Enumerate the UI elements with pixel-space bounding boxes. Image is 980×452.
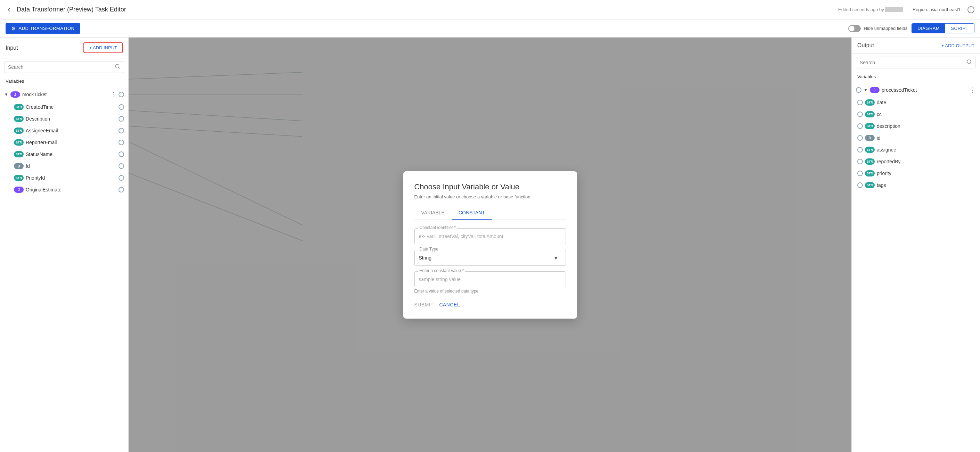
data-type-group: Data Type String Number Boolean ▾ — [414, 250, 566, 266]
right-panel-header: Output + ADD OUTPUT — [852, 38, 980, 54]
tab-diagram[interactable]: DIAGRAM — [912, 24, 945, 33]
add-input-button[interactable]: + ADD INPUT — [83, 42, 123, 53]
left-search-box — [4, 61, 124, 73]
submit-button[interactable]: SUBMIT — [414, 302, 434, 308]
right-search-input[interactable] — [860, 60, 964, 65]
parent-dot-menu[interactable]: ⋮ — [110, 91, 116, 98]
topbar: Data Transformer (Preview) Task Editor E… — [0, 0, 980, 19]
parent-badge: J — [10, 91, 20, 98]
child-var-name: StatusName — [26, 151, 116, 157]
hide-unmapped-toggle[interactable]: Hide unmapped fields — [848, 25, 907, 32]
left-child-conn-dot[interactable] — [119, 151, 124, 157]
child-badge: STR — [14, 151, 24, 157]
hide-unmapped-label: Hide unmapped fields — [864, 26, 907, 31]
child-badge: STR — [865, 123, 875, 129]
modal-overlay: Choose Input Variable or Value Enter an … — [129, 38, 851, 452]
info-icon[interactable]: i — [967, 6, 974, 13]
constant-value-group: Enter a constant value * Enter a value o… — [414, 271, 566, 293]
list-item: D id — [852, 132, 980, 144]
child-var-name: assignee — [877, 147, 976, 152]
add-output-button[interactable]: + ADD OUTPUT — [942, 43, 974, 48]
child-badge: STR — [865, 182, 875, 188]
edit-meta: Edited seconds ago by — [838, 7, 903, 12]
left-child-conn-dot[interactable] — [119, 187, 124, 192]
data-type-select[interactable]: String Number Boolean — [419, 254, 562, 262]
left-child-conn-dot[interactable] — [119, 175, 124, 181]
constant-value-hint: Enter a value of selected data type — [414, 289, 566, 293]
child-badge: STR — [14, 127, 24, 134]
left-child-conn-dot[interactable] — [119, 128, 124, 133]
right-parent-dot-menu[interactable]: ⋮ — [970, 86, 976, 94]
constant-identifier-group: Constant identifier * — [414, 228, 566, 244]
modal-title: Choose Input Variable or Value — [414, 182, 566, 192]
main-content: Input + ADD INPUT Variables ▼ J mockTick… — [0, 38, 980, 452]
list-item: STR reportedBy — [852, 155, 980, 168]
left-child-conn-dot[interactable] — [119, 116, 124, 122]
right-child-conn-dot[interactable] — [857, 159, 863, 164]
child-badge: STR — [865, 147, 875, 153]
data-type-select-wrap: String Number Boolean ▾ — [419, 254, 562, 262]
left-variables-group: ▼ J mockTicket ⋮ STR CreatedTime STR Des… — [0, 87, 128, 197]
child-var-name: id — [877, 135, 976, 141]
toggle-switch[interactable] — [848, 25, 861, 32]
constant-identifier-input[interactable] — [419, 232, 562, 240]
right-variables-group: ▼ J processedTicket ⋮ STR date STR cc ST… — [852, 82, 980, 192]
right-parent-var-name: processedTicket — [881, 87, 966, 93]
child-badge: J — [14, 187, 24, 193]
right-child-conn-dot[interactable] — [857, 171, 863, 176]
back-button[interactable] — [6, 6, 13, 13]
cancel-button[interactable]: CANCEL — [439, 302, 460, 308]
child-var-name: description — [877, 123, 976, 129]
right-child-conn-dot[interactable] — [857, 182, 863, 188]
constant-value-input[interactable] — [419, 275, 562, 284]
child-var-name: CreatedTime — [26, 104, 116, 110]
left-child-conn-dot[interactable] — [119, 163, 124, 169]
data-type-label: Data Type — [418, 247, 440, 252]
list-item: STR priority — [852, 168, 980, 179]
right-child-conn-dot[interactable] — [857, 147, 863, 152]
child-badge: STR — [865, 170, 875, 176]
child-var-name: date — [877, 100, 976, 105]
canvas: Choose Input Variable or Value Enter an … — [129, 38, 851, 452]
left-variables-label: Variables — [0, 76, 128, 87]
child-badge: STR — [865, 99, 875, 106]
right-parent-var[interactable]: ▼ J processedTicket ⋮ — [852, 83, 980, 97]
right-children: STR date STR cc STR description D id STR… — [852, 97, 980, 191]
constant-identifier-label: Constant identifier * — [418, 225, 458, 230]
input-panel-title: Input — [6, 45, 18, 51]
child-var-name: cc — [877, 111, 976, 117]
expand-icon: ▼ — [4, 92, 8, 97]
child-badge: STR — [865, 111, 875, 117]
tab-variable[interactable]: VARIABLE — [414, 206, 452, 220]
right-parent-conn-dot[interactable] — [856, 87, 861, 93]
list-item: STR tags — [852, 179, 980, 191]
left-parent-conn-dot[interactable] — [119, 92, 124, 97]
child-var-name: Description — [26, 116, 116, 122]
child-badge: D — [865, 135, 875, 141]
add-transformation-button[interactable]: ⚙ ADD TRANSFORMATION — [6, 23, 80, 34]
tab-script[interactable]: SCRIPT — [945, 24, 974, 33]
svg-point-0 — [115, 64, 119, 68]
svg-point-7 — [967, 60, 971, 63]
left-parent-var[interactable]: ▼ J mockTicket ⋮ — [0, 88, 128, 101]
right-child-conn-dot[interactable] — [857, 100, 863, 105]
left-search-input[interactable] — [8, 64, 112, 70]
tab-constant[interactable]: CONSTANT — [452, 206, 492, 220]
list-item: STR assignee — [852, 144, 980, 155]
constant-value-fieldset: Enter a constant value * — [414, 271, 566, 287]
right-child-conn-dot[interactable] — [857, 111, 863, 117]
left-child-conn-dot[interactable] — [119, 104, 124, 110]
child-badge: D — [14, 163, 24, 169]
modal-subtitle: Enter an initial value or choose a varia… — [414, 194, 566, 200]
right-child-conn-dot[interactable] — [857, 123, 863, 129]
child-badge: STR — [14, 139, 24, 146]
region-label: Region: asia-northeast1 — [913, 7, 961, 12]
output-panel-title: Output — [857, 42, 874, 49]
gear-icon: ⚙ — [11, 26, 16, 31]
left-panel-header: Input + ADD INPUT — [0, 38, 128, 59]
right-expand-icon: ▼ — [864, 87, 868, 92]
list-item: STR ReporterEmail — [0, 136, 128, 148]
list-item: J OriginalEstimate — [0, 184, 128, 196]
left-child-conn-dot[interactable] — [119, 140, 124, 145]
right-child-conn-dot[interactable] — [857, 135, 863, 141]
